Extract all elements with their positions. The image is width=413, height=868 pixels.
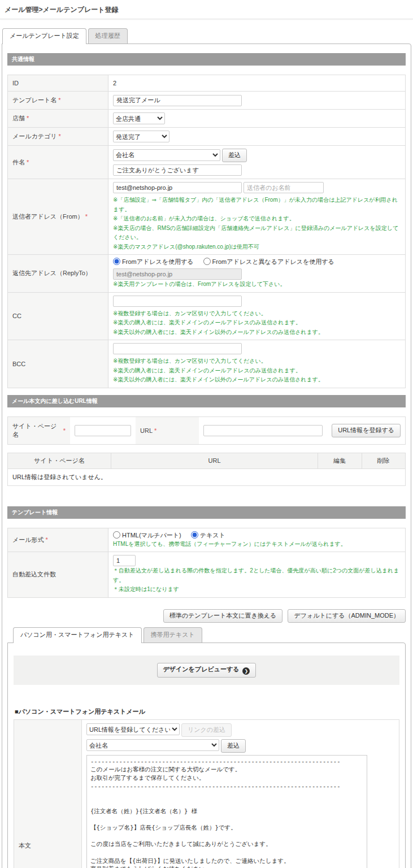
body-tag-select[interactable]: 会社名	[86, 739, 219, 751]
col-site-page-name: サイト・ページ名	[8, 453, 111, 468]
section-template-info: テンプレート情報	[7, 506, 406, 519]
template-actions: 標準のテンプレート本文に置き換える デフォルトにする（ADMIN_MODE）	[7, 609, 406, 623]
url-field[interactable]	[203, 425, 323, 436]
url-list-table: サイト・ページ名 URL 編集 削除 URL情報は登録されていません。	[7, 453, 406, 486]
subject-insert-button[interactable]: 差込	[222, 149, 247, 162]
from-note: ※「送信者のお名前」が未入力の場合は、ショップ名で送信されます。	[113, 214, 401, 224]
table-row: 自動差込文件数 ＊自動差込文が差し込まれる際の件数を指定します。2とした場合、優…	[8, 552, 406, 598]
id-label: ID	[8, 75, 108, 92]
replace-with-standard-button[interactable]: 標準のテンプレート本文に置き換える	[163, 609, 283, 623]
arrow-right-icon: ❯	[242, 667, 250, 675]
url-label: URL	[140, 427, 153, 434]
template-name-label: テンプレート名	[12, 97, 56, 103]
format-text-radio[interactable]	[191, 531, 198, 539]
cc-note: ※楽天以外の購入者には、楽天ドメイン以外のメールアドレスのみ送信されます。	[113, 328, 401, 337]
subject-field[interactable]	[113, 164, 242, 176]
bcc-note: ※楽天の購入者には、楽天ドメインのメールアドレスのみ送信されます。	[113, 366, 401, 376]
auto-insert-note: ＊未設定時は1になります	[113, 585, 401, 594]
required-mark: *	[27, 115, 29, 121]
cc-label: CC	[8, 292, 108, 340]
replyto-note: ※楽天用テンプレートの場合は、Fromアドレスを設定して下さい。	[113, 280, 401, 289]
store-select[interactable]: 全店共通	[113, 112, 165, 124]
required-mark: *	[59, 133, 61, 140]
set-default-button[interactable]: デフォルトにする（ADMIN_MODE）	[288, 609, 406, 623]
required-mark: *	[154, 427, 156, 434]
cc-field[interactable]	[113, 296, 242, 307]
editor-panel: デザインをプレビューする❯ ■パソコン・スマートフォン用テキストメール 本文 U…	[7, 643, 406, 868]
col-edit: 編集	[318, 453, 362, 468]
bcc-field[interactable]	[113, 343, 242, 354]
format-text-option[interactable]: テキスト	[191, 532, 225, 539]
required-mark: *	[63, 427, 66, 434]
from-name-field[interactable]	[244, 182, 324, 193]
tab-pc-smartphone-text[interactable]: パソコン用・スマートフォン用テキスト	[13, 627, 142, 643]
auto-insert-count-field[interactable]	[113, 555, 136, 566]
mail-category-label: メールカテゴリ	[12, 133, 57, 140]
site-page-name-label: サイト・ページ名	[12, 422, 62, 439]
id-value: 2	[108, 75, 406, 92]
table-row: 本文 URL情報を登録してください リンクの差込 会社名 差込 --------…	[14, 719, 399, 868]
tab-mobile-text[interactable]: 携帯用テキスト	[144, 627, 202, 643]
required-mark: *	[85, 213, 88, 220]
from-address-label: 送信者アドレス（From）	[12, 213, 84, 220]
body-insert-button[interactable]: 差込	[221, 739, 246, 753]
common-info-table: ID 2 テンプレート名 * 店舗 * 全店共通 メールカテゴリ * 発送完了 …	[7, 75, 406, 388]
url-info-select[interactable]: URL情報を登録してください	[86, 723, 180, 735]
table-row: メール形式 * HTML(マルチパート) テキスト HTMLを選択しても、携帯電…	[8, 528, 406, 552]
subject-tag-select[interactable]: 会社名	[113, 149, 220, 161]
text-mail-table: 本文 URL情報を登録してください リンクの差込 会社名 差込 --------…	[14, 719, 399, 868]
table-row: 返信先アドレス（ReplyTo） Fromアドレスを使用する Fromアドレスと…	[8, 255, 406, 293]
col-url: URL	[111, 453, 318, 468]
from-note: ※楽天店の場合、RMSの店舗詳細設定内「店舗連絡先メールアドレス」に登録済みのメ…	[113, 224, 401, 242]
bcc-note: ※楽天以外の購入者には、楽天ドメイン以外のメールアドレスのみ送信されます。	[113, 375, 401, 385]
preview-bar: デザインをプレビューする❯	[14, 656, 399, 685]
table-row: 店舗 * 全店共通	[8, 110, 406, 128]
from-note: ※「店舗設定」⇒「店舗情報タブ」内の「送信者アドレス（From）」が未入力の場合…	[113, 196, 401, 214]
cc-note: ※複数登録する場合は、カンマ区切りで入力してください。	[113, 309, 401, 319]
register-url-button[interactable]: URL情報を登録する	[332, 424, 401, 437]
tab-mail-template-settings[interactable]: メールテンプレート設定	[2, 28, 86, 44]
replyto-use-from-option[interactable]: Fromアドレスを使用する	[113, 258, 193, 265]
template-info-table: メール形式 * HTML(マルチパート) テキスト HTMLを選択しても、携帯電…	[7, 528, 406, 598]
store-label: 店舗	[12, 115, 25, 121]
bcc-label: BCC	[8, 340, 108, 388]
mail-format-label: メール形式	[12, 536, 44, 543]
table-row: CC ※複数登録する場合は、カンマ区切りで入力してください。 ※楽天の購入者には…	[8, 292, 406, 340]
mail-category-select[interactable]: 発送完了	[113, 131, 169, 142]
replyto-use-other-radio[interactable]	[203, 258, 211, 265]
editor-section-title: ■パソコン・スマートフォン用テキストメール	[15, 708, 399, 716]
url-add-row: サイト・ページ名 * URL * URL情報を登録する	[7, 416, 406, 445]
col-delete: 削除	[362, 453, 405, 468]
tab-process-history[interactable]: 処理履歴	[88, 28, 128, 44]
required-mark: *	[27, 159, 29, 166]
url-empty-message: URL情報は登録されていません。	[8, 468, 406, 485]
format-html-option[interactable]: HTML(マルチパート)	[113, 532, 181, 539]
replyto-use-other-option[interactable]: Fromアドレスと異なるアドレスを使用する	[203, 258, 334, 265]
from-address-field[interactable]	[113, 182, 242, 193]
table-header-row: サイト・ページ名 URL 編集 削除	[8, 453, 406, 468]
bcc-note: ※複数登録する場合は、カンマ区切りで入力してください。	[113, 357, 401, 366]
table-row: 件名 * 会社名 差込	[8, 146, 406, 179]
main-tab-bar: メールテンプレート設定 処理履歴	[0, 28, 413, 44]
template-name-field[interactable]	[113, 95, 242, 106]
cc-note: ※楽天の購入者には、楽天ドメインのメールアドレスのみ送信されます。	[113, 318, 401, 328]
section-url-info: メール本文内に差し込むURL情報	[7, 395, 406, 407]
required-mark: *	[58, 97, 60, 103]
body-textarea[interactable]: ----------------------------------------…	[86, 755, 367, 868]
preview-design-button[interactable]: デザインをプレビューする❯	[157, 663, 257, 678]
site-page-name-field[interactable]	[75, 425, 131, 436]
subject-label: 件名	[12, 159, 25, 166]
replyto-address-field	[113, 268, 242, 280]
table-row: BCC ※複数登録する場合は、カンマ区切りで入力してください。 ※楽天の購入者に…	[8, 340, 406, 388]
replyto-label: 返信先アドレス（ReplyTo）	[8, 255, 108, 293]
replyto-use-from-radio[interactable]	[113, 258, 120, 265]
format-note: HTMLを選択しても、携帯電話（フィーチャーフォン）にはテキストメールが送られま…	[113, 540, 401, 549]
auto-insert-count-label: 自動差込文件数	[8, 552, 108, 598]
link-insert-button[interactable]: リンクの差込	[181, 723, 232, 737]
main-panel: 共通情報 ID 2 テンプレート名 * 店舗 * 全店共通 メールカテゴリ * …	[2, 44, 411, 868]
table-row: メールカテゴリ * 発送完了	[8, 128, 406, 146]
format-html-radio[interactable]	[113, 531, 120, 539]
editor-tab-bar: パソコン用・スマートフォン用テキスト 携帯用テキスト	[7, 627, 406, 643]
table-row: テンプレート名 *	[8, 92, 406, 110]
auto-insert-note: ＊自動差込文が差し込まれる際の件数を指定します。2とした場合、優先度が高い順に2…	[113, 566, 401, 585]
